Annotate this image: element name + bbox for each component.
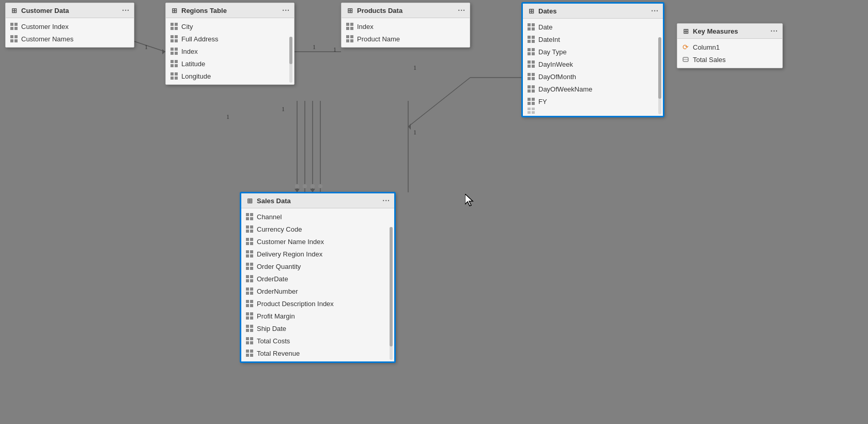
list-item[interactable]: Delivery Region Index bbox=[241, 248, 394, 260]
svg-text:1: 1 bbox=[313, 43, 316, 51]
regions-table-title: Regions Table bbox=[181, 7, 227, 14]
svg-rect-133 bbox=[250, 329, 253, 332]
regions-table-card[interactable]: Regions Table ··· City Full Address Inde… bbox=[165, 3, 295, 85]
svg-rect-71 bbox=[532, 52, 535, 55]
svg-rect-34 bbox=[171, 27, 174, 30]
list-item[interactable]: Total Costs bbox=[241, 335, 394, 347]
relation-field-icon: ⟳ bbox=[681, 43, 690, 51]
key-measures-menu[interactable]: ··· bbox=[770, 27, 778, 35]
field-label: Customer Name Index bbox=[257, 238, 324, 246]
svg-rect-48 bbox=[171, 72, 174, 75]
svg-text:1: 1 bbox=[413, 64, 416, 71]
scrollbar[interactable] bbox=[289, 37, 292, 83]
svg-rect-84 bbox=[528, 98, 531, 101]
list-item[interactable]: Product Description Index bbox=[241, 297, 394, 310]
list-item[interactable]: Currency Code bbox=[241, 223, 394, 235]
svg-rect-59 bbox=[350, 39, 353, 42]
svg-rect-82 bbox=[528, 89, 531, 93]
svg-rect-64 bbox=[528, 36, 531, 39]
list-item[interactable]: DayOfMonth bbox=[523, 70, 663, 83]
list-item[interactable]: Day Type bbox=[523, 46, 663, 58]
list-item[interactable]: Product Name bbox=[342, 33, 470, 45]
svg-rect-53 bbox=[350, 23, 353, 26]
list-item[interactable]: Index bbox=[342, 20, 470, 33]
list-item[interactable]: DateInt bbox=[523, 33, 663, 46]
svg-point-9 bbox=[295, 184, 299, 188]
svg-rect-40 bbox=[171, 48, 174, 51]
svg-rect-138 bbox=[246, 350, 249, 353]
field-label: Delivery Region Index bbox=[257, 250, 322, 258]
list-item[interactable]: Customer Index bbox=[6, 20, 134, 33]
list-item[interactable] bbox=[523, 108, 663, 114]
sales-data-table[interactable]: Sales Data ··· Channel Currency Code Cus… bbox=[240, 192, 395, 362]
svg-rect-134 bbox=[246, 337, 249, 340]
customer-data-title: Customer Data bbox=[21, 7, 69, 14]
customer-data-table[interactable]: Customer Data ··· Customer Index Custome… bbox=[5, 3, 134, 48]
list-item[interactable]: Total Sales bbox=[677, 53, 782, 66]
scrollbar[interactable] bbox=[658, 37, 661, 114]
col-field-icon bbox=[170, 22, 178, 31]
svg-rect-101 bbox=[250, 230, 253, 233]
svg-rect-123 bbox=[250, 300, 253, 303]
products-data-menu[interactable]: ··· bbox=[458, 6, 466, 14]
svg-rect-26 bbox=[10, 27, 13, 30]
dates-table[interactable]: Dates ··· Date DateInt Day Type Da bbox=[522, 3, 664, 117]
svg-rect-47 bbox=[175, 64, 178, 67]
list-item[interactable]: Longitude bbox=[166, 70, 294, 82]
list-item[interactable]: OrderDate bbox=[241, 272, 394, 285]
regions-table-menu[interactable]: ··· bbox=[282, 6, 290, 14]
svg-rect-87 bbox=[532, 102, 535, 105]
svg-marker-8 bbox=[310, 189, 315, 192]
list-item[interactable]: DayOfWeekName bbox=[523, 83, 663, 95]
list-item[interactable]: ⟳ Column1 bbox=[677, 41, 782, 53]
svg-rect-81 bbox=[532, 85, 535, 88]
col-field-icon bbox=[527, 60, 535, 68]
svg-rect-129 bbox=[250, 316, 253, 320]
svg-rect-127 bbox=[250, 312, 253, 315]
svg-rect-86 bbox=[528, 102, 531, 105]
svg-rect-42 bbox=[171, 52, 174, 55]
col-field-icon bbox=[527, 85, 535, 93]
list-item[interactable]: FY bbox=[523, 95, 663, 108]
list-item[interactable]: Channel bbox=[241, 210, 394, 223]
svg-text:1: 1 bbox=[226, 113, 229, 120]
list-item[interactable]: Latitude bbox=[166, 57, 294, 70]
table-grid-icon bbox=[10, 6, 18, 14]
svg-rect-96 bbox=[246, 217, 249, 220]
list-item[interactable]: OrderNumber bbox=[241, 285, 394, 297]
svg-rect-79 bbox=[532, 77, 535, 80]
list-item[interactable]: Total Revenue bbox=[241, 347, 394, 359]
svg-rect-52 bbox=[346, 23, 349, 26]
col-field-icon bbox=[245, 213, 254, 221]
list-item[interactable]: Customer Name Index bbox=[241, 235, 394, 248]
list-item[interactable]: Date bbox=[523, 21, 663, 33]
list-item[interactable]: DayInWeek bbox=[523, 58, 663, 70]
list-item[interactable]: Customer Names bbox=[6, 33, 134, 45]
list-item[interactable]: Index bbox=[166, 45, 294, 57]
field-label: Channel bbox=[257, 213, 282, 221]
list-item[interactable]: Full Address bbox=[166, 33, 294, 45]
scrollbar[interactable] bbox=[390, 227, 393, 360]
key-measures-table[interactable]: Key Measures ··· ⟳ Column1 Total Sales bbox=[677, 23, 783, 68]
list-item[interactable]: Order Quantity bbox=[241, 260, 394, 272]
list-item[interactable]: Profit Margin bbox=[241, 310, 394, 322]
table-grid-icon bbox=[681, 27, 690, 35]
svg-rect-31 bbox=[14, 39, 18, 42]
svg-rect-98 bbox=[246, 225, 249, 229]
svg-rect-107 bbox=[250, 250, 253, 253]
svg-rect-68 bbox=[528, 48, 531, 51]
list-item[interactable]: Ship Date bbox=[241, 322, 394, 335]
sales-data-menu[interactable]: ··· bbox=[382, 196, 390, 205]
customer-data-menu[interactable]: ··· bbox=[122, 6, 130, 14]
products-data-table[interactable]: Products Data ··· Index Product Name bbox=[341, 3, 470, 48]
svg-rect-137 bbox=[250, 341, 253, 344]
table-grid-icon bbox=[527, 7, 535, 15]
svg-rect-89 bbox=[532, 108, 535, 110]
list-item[interactable]: City bbox=[166, 20, 294, 33]
field-label: OrderNumber bbox=[257, 287, 298, 295]
svg-text:1: 1 bbox=[333, 46, 336, 53]
key-measures-header: Key Measures ··· bbox=[677, 24, 782, 39]
dates-menu[interactable]: ··· bbox=[651, 7, 659, 15]
field-label: Longitude bbox=[181, 72, 211, 80]
svg-rect-29 bbox=[14, 35, 18, 38]
